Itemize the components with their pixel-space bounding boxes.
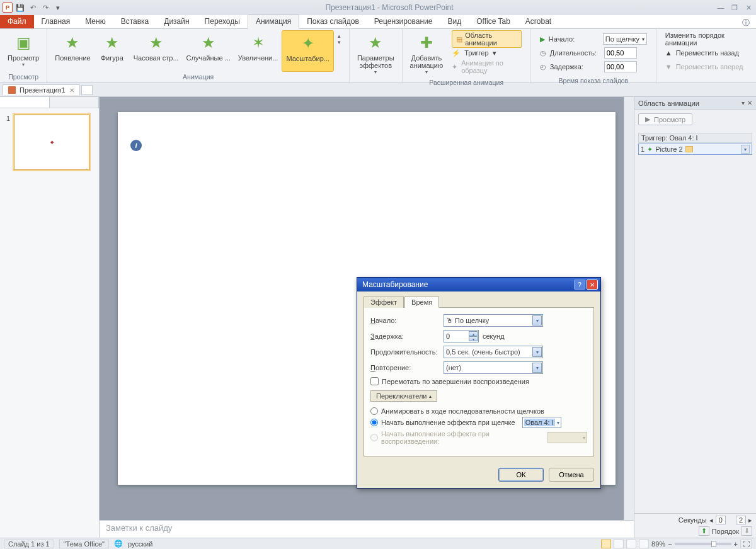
delay-spinner[interactable] [604,61,637,72]
minimize-icon[interactable]: — [716,3,726,12]
dialog-close-icon[interactable]: ✕ [587,280,598,290]
spin-down-icon[interactable]: ▾ [469,336,478,341]
tab-home[interactable]: Главная [34,15,78,28]
view-reading-button[interactable] [626,540,636,548]
preview-button[interactable]: ▣ Просмотр ▾ [4,30,43,72]
tab-file[interactable]: Файл [0,15,34,28]
timeline-next-icon[interactable]: ▸ [748,516,752,524]
close-icon[interactable]: ✕ [743,3,753,12]
redo-icon[interactable]: ↷ [40,3,50,13]
animation-pane-toggle[interactable]: ▤Область анимации [452,30,522,48]
radio[interactable] [370,407,378,415]
animation-painter-button[interactable]: ✦Анимация по образцу [452,60,522,73]
tab-animation[interactable]: Анимация [248,14,299,29]
notes-pane[interactable]: Заметки к слайду [100,520,634,538]
add-animation-button[interactable]: ✚ Добавить анимацию ▾ [406,30,447,77]
dialog-help-icon[interactable]: ? [574,280,585,290]
restore-icon[interactable]: ❐ [730,3,740,12]
slide-thumbnail[interactable]: 1 ◆ [6,115,93,170]
timeline-prev-icon[interactable]: ◂ [709,516,713,524]
anim-random[interactable]: ★Случайные ... [183,30,234,72]
anim-gallery-more[interactable]: ▴▾ [334,30,345,72]
pane-close-icon[interactable]: ✕ [747,99,752,106]
dlg-duration-combo[interactable]: 0,5 сек. (очень быстро)▾ [444,346,543,358]
vertical-scrollbar[interactable] [624,97,634,520]
dialog-page-timing: Начало: 🖱 По щелчку▾ Задержка: 0▴▾ секун… [364,307,594,456]
anim-shape[interactable]: ★Фигура [94,30,130,72]
checkbox[interactable] [370,377,379,385]
zoom-value[interactable]: 89% [651,540,665,548]
clock-icon: ◴ [540,63,546,71]
tab-design[interactable]: Дизайн [156,15,197,28]
dialog-footer: ОК Отмена [357,463,600,488]
spin-up-icon[interactable]: ▴ [469,331,478,336]
animation-play-button[interactable]: ▶Просмотр [638,113,692,125]
anim-clock[interactable]: ★Часовая стр... [130,30,183,72]
reorder-down-icon[interactable]: ⬇ [742,526,752,536]
tab-review[interactable]: Рецензирование [367,15,440,28]
new-tab-button[interactable] [81,85,93,95]
radio[interactable] [370,419,378,426]
view-normal-button[interactable] [601,540,611,548]
undo-icon[interactable]: ↶ [28,3,38,13]
dlg-radio-onclick[interactable]: Начать выполнение эффекта при щелчке Ова… [370,417,587,428]
trigger-button[interactable]: ⚡Триггер ▾ [452,47,522,59]
tab-slideshow[interactable]: Показ слайдов [299,15,367,28]
anim-item-name: Picture 2 [655,145,682,153]
anim-item-dropdown[interactable]: ▾ [741,145,750,154]
ribbon-help-icon[interactable]: ⓘ [736,18,756,28]
dlg-start-combo[interactable]: 🖱 По щелчку▾ [444,314,543,327]
qat-dropdown-icon[interactable]: ▾ [53,3,63,13]
outline-tab[interactable] [50,97,100,108]
zoom-out-icon[interactable]: − [668,540,672,548]
chevron-down-icon: ▾ [374,69,377,75]
tab-insert[interactable]: Вставка [113,15,157,28]
reorder-label: Порядок [712,528,739,535]
animation-list-item[interactable]: 1 ✦ Picture 2 ▾ [638,144,752,155]
zoom-slider[interactable] [675,543,731,545]
view-sorter-button[interactable] [614,540,624,548]
dlg-triggers-toggle[interactable]: Переключатели ▴ [370,390,437,402]
document-tab[interactable]: Презентация1 ✕ [3,84,80,95]
anim-scale[interactable]: ✦Масштабир... [282,30,334,72]
slide-thumbnails-panel: 1 ◆ [0,97,100,538]
seconds-end: 2 [736,516,746,524]
cancel-button[interactable]: Отмена [549,468,594,482]
ok-button[interactable]: ОК [498,468,544,482]
move-earlier-button[interactable]: ▲Переместить назад [665,47,747,59]
save-icon[interactable]: 💾 [15,3,25,13]
dialog-tab-time[interactable]: Время [404,297,439,308]
dlg-repeat-combo[interactable]: (нет)▾ [444,361,543,374]
info-shape-icon[interactable]: i [130,140,142,151]
start-label: Начало: [549,35,599,43]
anim-appear[interactable]: ★Появление [51,30,94,72]
anim-zoom-in[interactable]: ✶Увеличени... [234,30,282,72]
tab-menu[interactable]: Меню [77,15,113,28]
fit-to-window-icon[interactable]: ⛶ [740,540,752,548]
status-language[interactable]: русский [128,540,152,548]
tab-officetab[interactable]: Office Tab [469,15,518,28]
dlg-delay-spinner[interactable]: 0▴▾ [444,330,479,342]
dlg-radio-sequence[interactable]: Анимировать в ходе последовательности ще… [370,407,587,415]
start-combo[interactable]: По щелчку▾ [603,33,647,45]
effect-options-button[interactable]: ★ Параметры эффектов ▾ [353,30,398,77]
dlg-start-label: Начало: [370,317,440,324]
pane-menu-icon[interactable]: ▾ [742,99,745,106]
slides-tab[interactable] [0,97,50,108]
duration-spinner[interactable] [604,47,637,59]
reorder-up-icon[interactable]: ⬆ [699,526,709,536]
tab-transitions[interactable]: Переходы [197,15,248,28]
move-later-button[interactable]: ▼Переместить вперед [665,60,747,73]
star-icon: ★ [62,33,83,53]
dialog-tab-effect[interactable]: Эффект [364,297,404,308]
zoom-slider-knob[interactable] [711,541,716,547]
tab-view[interactable]: Вид [440,15,469,28]
dlg-rewind-checkbox[interactable]: Перемотать по завершении воспроизведения [370,377,587,385]
zoom-in-icon[interactable]: + [734,540,738,548]
view-slideshow-button[interactable] [639,540,649,548]
dlg-trigger-object-combo[interactable]: Овал 4: I▾ [522,417,561,428]
tab-acrobat[interactable]: Acrobat [518,15,559,28]
close-tab-icon[interactable]: ✕ [69,87,74,94]
slide-stage: i Масштабирование ? ✕ Эффект Время [100,97,634,520]
dialog-titlebar[interactable]: Масштабирование ? ✕ [357,278,600,291]
